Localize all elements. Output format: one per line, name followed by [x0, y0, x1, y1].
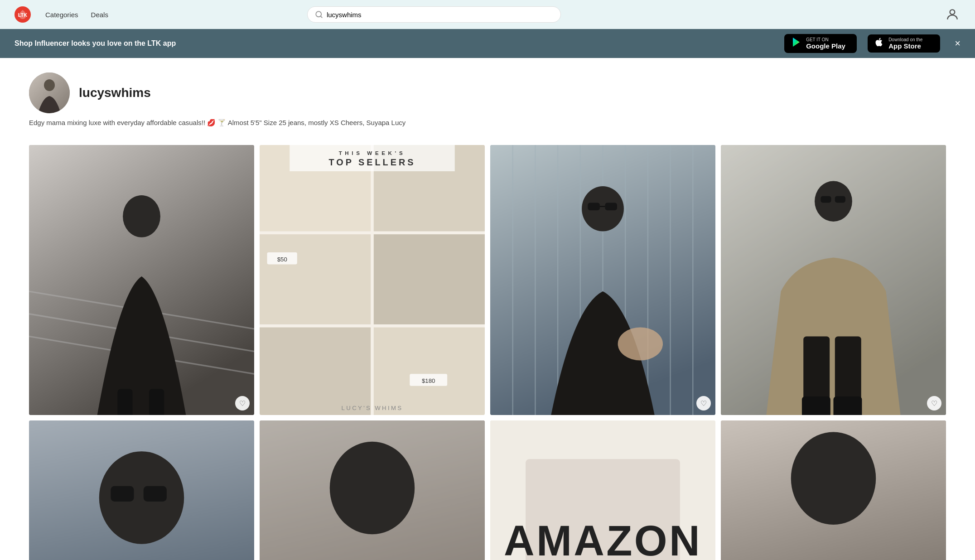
svg-point-61: [330, 442, 415, 534]
search-icon: [315, 10, 323, 19]
banner-text: Shop Influencer looks you love on the LT…: [14, 39, 773, 48]
post-card[interactable]: THIS WEEK'S TOP SELLERS $50 $180 LUCY'S …: [260, 145, 485, 415]
svg-rect-54: [834, 396, 862, 415]
svg-text:$50: $50: [277, 256, 287, 263]
svg-rect-50: [835, 196, 845, 203]
profile-section: lucyswhims Edgy mama mixing luxe with ev…: [0, 58, 975, 134]
svg-point-69: [791, 432, 876, 525]
svg-text:THIS WEEK'S: THIS WEEK'S: [339, 150, 406, 156]
svg-rect-19: [260, 234, 371, 324]
search-input[interactable]: [327, 11, 553, 19]
post-card[interactable]: ♡: [490, 145, 715, 415]
svg-rect-20: [374, 234, 485, 324]
ltk-logo-icon: LTK: [14, 6, 31, 23]
svg-rect-42: [588, 203, 600, 211]
app-store-text: Download on the App Store: [888, 37, 922, 50]
svg-rect-21: [260, 328, 371, 415]
google-play-badge[interactable]: GET IT ON Google Play: [784, 34, 857, 53]
top-nav: LTK Categories Deals: [0, 0, 975, 29]
svg-point-13: [123, 195, 160, 237]
search-bar: [307, 6, 561, 23]
nav-deals[interactable]: Deals: [91, 11, 108, 19]
svg-rect-53: [802, 396, 830, 415]
user-icon[interactable]: [944, 6, 961, 23]
username: lucyswhims: [79, 86, 151, 100]
svg-rect-49: [821, 196, 831, 203]
post-card[interactable]: [29, 420, 254, 560]
svg-point-48: [815, 181, 852, 222]
posts-grid: ♡ THIS WEEK'S TOP SELLERS: [0, 134, 975, 560]
apple-icon: [874, 37, 884, 50]
svg-rect-15: [149, 389, 164, 415]
google-play-icon: [791, 37, 801, 50]
svg-text:TOP SELLERS: TOP SELLERS: [329, 157, 416, 167]
svg-line-3: [320, 16, 322, 17]
logo[interactable]: LTK: [14, 6, 31, 23]
svg-text:$180: $180: [422, 377, 435, 384]
nav-categories[interactable]: Categories: [45, 11, 78, 19]
post-card[interactable]: [260, 420, 485, 560]
svg-point-4: [950, 10, 955, 14]
post-card[interactable]: [721, 420, 946, 560]
svg-marker-5: [793, 38, 800, 47]
post-card[interactable]: ♡: [29, 145, 254, 415]
svg-point-8: [44, 79, 55, 91]
avatar: [29, 72, 70, 113]
profile-header: lucyswhims: [29, 72, 946, 113]
profile-bio: Edgy mama mixing luxe with everyday affo…: [29, 119, 437, 127]
google-play-text: GET IT ON Google Play: [806, 37, 845, 50]
svg-rect-14: [117, 389, 132, 415]
nav-links: Categories Deals: [45, 11, 108, 19]
post-card[interactable]: ♡: [721, 145, 946, 415]
banner: Shop Influencer looks you love on the LT…: [0, 29, 975, 58]
app-store-badge[interactable]: Download on the App Store: [868, 34, 940, 53]
svg-rect-58: [144, 486, 167, 502]
svg-rect-43: [605, 203, 617, 211]
svg-point-45: [618, 328, 663, 361]
svg-rect-57: [111, 486, 134, 502]
svg-text:AMAZON: AMAZON: [504, 517, 702, 560]
svg-text:LTK: LTK: [18, 12, 28, 18]
banner-close-button[interactable]: ×: [955, 38, 961, 49]
svg-rect-22: [374, 328, 485, 415]
post-card[interactable]: AMAZON FASHION: [490, 420, 715, 560]
svg-text:LUCY'S WHIMS: LUCY'S WHIMS: [342, 405, 403, 411]
